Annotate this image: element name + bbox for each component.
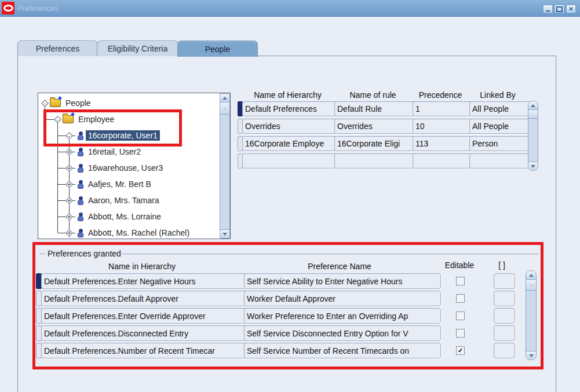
arrow-up-icon bbox=[531, 104, 535, 107]
rule-name-field[interactable]: Default Rule bbox=[334, 101, 417, 116]
tree-item-label[interactable]: Aafjes, Mr. Bert B bbox=[86, 179, 154, 189]
arrow-down-icon bbox=[531, 165, 535, 168]
annotation-box-preferences-granted bbox=[32, 242, 543, 369]
tree-item-label[interactable]: Abbott, Ms. Lorraine bbox=[86, 211, 163, 222]
window-titlebar: Preferences bbox=[0, 0, 580, 17]
tree-item-16warehouse-user3[interactable]: + 16warehouse, User3 bbox=[66, 162, 165, 174]
scroll-up-button[interactable] bbox=[220, 94, 229, 102]
precedence-field[interactable]: 1 bbox=[413, 101, 474, 116]
minimize-button[interactable] bbox=[543, 5, 553, 13]
close-icon: ✕ bbox=[568, 6, 573, 12]
linked-by-field[interactable] bbox=[469, 153, 532, 168]
person-icon bbox=[77, 180, 83, 189]
precedence-field[interactable]: 113 bbox=[413, 136, 474, 151]
tab-people[interactable]: People bbox=[177, 41, 258, 57]
person-icon bbox=[77, 196, 83, 205]
scroll-down-button[interactable] bbox=[220, 229, 229, 238]
person-icon bbox=[77, 213, 83, 221]
hierarchy-name-field[interactable]: Overrides bbox=[242, 119, 339, 134]
rule-name-field[interactable]: 16Corporate Eligi bbox=[334, 136, 417, 151]
tree-item-people[interactable]: - People bbox=[42, 97, 93, 109]
tree-item-abbott-rachel[interactable]: + Abbott, Ms. Rachel (Rachel) bbox=[66, 226, 192, 239]
person-icon bbox=[77, 164, 83, 173]
tree-scrollbar[interactable]: ⌁ bbox=[220, 93, 230, 239]
close-button[interactable]: ✕ bbox=[566, 5, 576, 13]
tree-item-aaron[interactable]: + Aaron, Mrs. Tamara bbox=[66, 194, 162, 207]
expand-toggle-icon[interactable]: - bbox=[42, 100, 48, 107]
arrow-up-icon bbox=[222, 97, 227, 100]
expand-toggle-icon[interactable]: + bbox=[66, 181, 72, 188]
scroll-down-button[interactable] bbox=[528, 162, 538, 170]
scroll-up-button[interactable] bbox=[528, 101, 538, 110]
tab-preferences-label: Preferences bbox=[36, 44, 79, 53]
tab-preferences[interactable]: Preferences bbox=[17, 41, 98, 56]
hierarchy-name-field[interactable]: 16Corporate Employe bbox=[242, 136, 339, 151]
tab-eligibility-criteria-label: Eligibility Criteria bbox=[108, 44, 167, 53]
hierarchy-name-field[interactable]: Default Preferences bbox=[242, 101, 339, 116]
scroll-thumb[interactable]: ⌁ bbox=[220, 102, 229, 115]
column-header-precedence: Precedence bbox=[413, 90, 468, 100]
tree-item-aafjes[interactable]: + Aafjes, Mr. Bert B bbox=[66, 178, 154, 190]
linked-by-field[interactable]: All People bbox=[469, 119, 532, 134]
open-folder-icon bbox=[50, 99, 61, 107]
precedence-field[interactable]: 10 bbox=[413, 119, 474, 134]
tree-item-16retail-user2[interactable]: + 16retail, User2 bbox=[66, 145, 143, 158]
tree-item-label[interactable]: Aaron, Mrs. Tamara bbox=[86, 195, 162, 206]
oracle-logo-icon bbox=[2, 2, 14, 14]
expand-toggle-icon[interactable]: + bbox=[66, 230, 72, 236]
rules-table-scrollbar[interactable] bbox=[528, 101, 538, 171]
arrow-down-icon bbox=[222, 233, 227, 236]
scroll-thumb[interactable] bbox=[528, 110, 538, 119]
tree-item-label[interactable]: Abbott, Ms. Rachel (Rachel) bbox=[86, 228, 192, 238]
window-controls: ✕ bbox=[543, 5, 576, 13]
precedence-field[interactable] bbox=[413, 153, 474, 168]
window-title: Preferences bbox=[17, 4, 58, 13]
tab-eligibility-criteria[interactable]: Eligibility Criteria bbox=[97, 41, 178, 56]
expand-toggle-icon[interactable]: + bbox=[66, 214, 72, 220]
tree-item-label[interactable]: People bbox=[63, 98, 93, 108]
expand-toggle-icon[interactable]: + bbox=[66, 197, 72, 204]
rule-name-field[interactable] bbox=[334, 153, 417, 168]
tree-item-label[interactable]: 16warehouse, User3 bbox=[86, 163, 165, 173]
person-icon bbox=[77, 229, 83, 237]
expand-toggle-icon[interactable]: + bbox=[66, 165, 72, 171]
annotation-box-tree-selection bbox=[43, 109, 182, 146]
person-icon bbox=[77, 148, 83, 156]
tree-item-label[interactable]: 16retail, User2 bbox=[86, 146, 143, 157]
column-header-name-of-hierarchy: Name of Hierarchy bbox=[242, 90, 333, 100]
maximize-button[interactable] bbox=[555, 5, 564, 13]
rule-name-field[interactable]: Overrides bbox=[334, 119, 417, 134]
hierarchy-name-field[interactable] bbox=[242, 153, 339, 168]
column-header-linked-by: Linked By bbox=[469, 90, 526, 100]
linked-by-field[interactable]: All People bbox=[469, 101, 532, 116]
linked-by-field[interactable]: Person bbox=[469, 136, 532, 151]
maximize-icon bbox=[556, 6, 563, 12]
column-header-name-of-rule: Name of rule bbox=[334, 90, 411, 100]
tab-people-label: People bbox=[205, 45, 231, 54]
expand-toggle-icon[interactable]: + bbox=[66, 149, 72, 155]
tree-item-abbott-lorraine[interactable]: + Abbott, Ms. Lorraine bbox=[66, 210, 163, 223]
minimize-icon bbox=[546, 10, 550, 12]
